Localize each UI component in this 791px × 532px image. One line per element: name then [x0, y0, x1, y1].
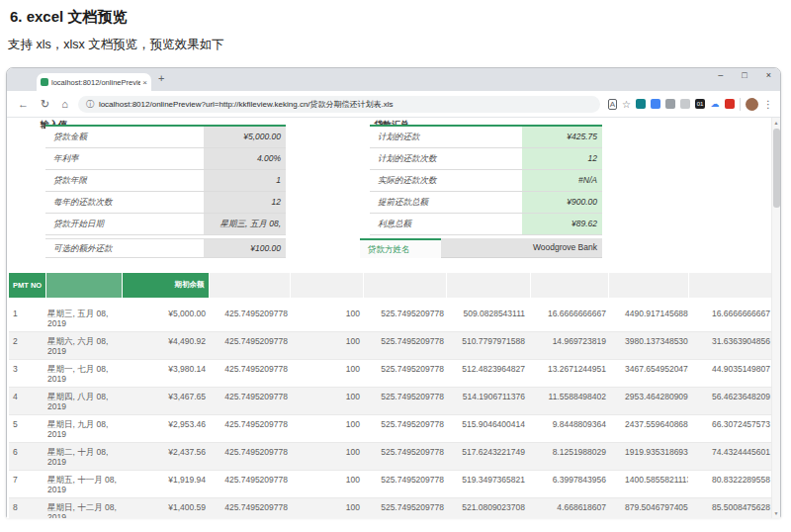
schedule-cell: 13.2671244951 — [530, 359, 608, 387]
schedule-cell: 8.1251988029 — [530, 442, 608, 470]
schedule-cell: ¥2,437.56 — [122, 442, 209, 470]
kv-value: 1 — [204, 170, 286, 191]
scroll-up-icon[interactable]: ▲ — [772, 120, 780, 126]
new-tab-button[interactable]: + — [158, 72, 164, 84]
translate-icon[interactable]: A — [608, 99, 617, 110]
kv-row: 计划的还款¥425.75 — [370, 127, 602, 148]
cloud-ext-icon[interactable]: ☁ — [710, 99, 720, 109]
schedule-cell: 星期一, 七月 08, 2019 — [45, 359, 122, 387]
schedule-cell: 519.3497365821 — [446, 470, 530, 497]
schedule-cell: ¥1,919.94 — [122, 470, 209, 497]
window-minimize-button[interactable]: – — [718, 70, 723, 80]
window-maximize-button[interactable]: □ — [742, 70, 747, 80]
toolbar-separator — [740, 98, 741, 111]
kv-label: 计划的还款 — [370, 127, 522, 147]
bookmark-star-icon[interactable]: ☆ — [622, 99, 631, 110]
schedule-cell: 525.7495209778 — [363, 387, 446, 414]
shield-ext-icon[interactable] — [636, 99, 646, 109]
scrollbar-thumb[interactable] — [773, 129, 780, 208]
kv-label: 每年的还款次数 — [45, 192, 204, 213]
excel-preview: 输入值 贷款金额¥5,000.00年利率4.00%贷款年限1每年的还款次数12贷… — [7, 118, 780, 518]
kv-row: 每年的还款次数12 — [45, 192, 286, 214]
page-subtitle: 支持 xls，xlsx 文档预览，预览效果如下 — [8, 37, 224, 53]
page-info-icon[interactable]: ⓘ — [86, 99, 94, 110]
schedule-cell: 100 — [290, 497, 363, 518]
browser-tab[interactable]: localhost:8012/onlinePreview × — [37, 73, 151, 91]
schedule-cell: 1919.9353186934 — [608, 442, 688, 470]
address-bar[interactable]: ⓘ localhost:8012/onlinePreview?url=http:… — [78, 96, 600, 113]
kv-label: 贷款开始日期 — [45, 214, 204, 234]
toolbar-icons: A ☆ 01☁ ⋮ — [608, 98, 773, 111]
schedule-cell: 80.8322289558 — [688, 470, 772, 497]
schedule-cell: 2953.4642809097 — [608, 387, 688, 414]
window-close-button[interactable]: × — [766, 70, 771, 80]
kv-row: 贷款年限1 — [45, 170, 286, 192]
schedule-cell: 512.4823964827 — [446, 359, 530, 387]
schedule-cell: 517.6243221749 — [446, 442, 530, 470]
schedule-cell: 6 — [9, 442, 45, 470]
schedule-cell: 4490.9171456889 — [608, 301, 688, 331]
kv-row: 利息总额¥89.62 — [370, 214, 602, 235]
schedule-cell: 1 — [9, 301, 45, 331]
reload-icon[interactable]: ↻ — [41, 98, 49, 111]
kv-label: 实际的还款次数 — [370, 170, 522, 191]
kv-value: ¥89.62 — [522, 214, 602, 234]
schedule-row: 3星期一, 七月 08, 2019¥3,980.14425.7495209778… — [9, 359, 772, 387]
schedule-cell: ¥3,980.14 — [122, 359, 209, 387]
schedule-cell: 425.7495209778 — [209, 442, 290, 470]
docs-ext-icon[interactable] — [651, 99, 660, 109]
schedule-row: 6星期二, 十月 08, 2019¥2,437.56425.7495209778… — [9, 442, 772, 470]
schedule-cell: 星期五, 十一月 08, 2019 — [45, 470, 122, 497]
schedule-header-row: PMT NO期初余额 — [9, 273, 772, 301]
schedule-header-cell: 期初余额 — [122, 273, 209, 301]
schedule-header-cell — [688, 273, 772, 301]
kv-row: 实际的还款次数#N/A — [370, 170, 602, 192]
schedule-cell: ¥5,000.00 — [122, 301, 209, 331]
schedule-cell: 425.7495209778 — [209, 387, 290, 414]
red-ext-icon[interactable] — [725, 99, 735, 109]
kv-row: 贷款开始日期星期三, 五月 08, 2019 — [45, 214, 286, 235]
favicon-icon — [41, 78, 48, 86]
back-icon[interactable]: ← — [18, 98, 29, 110]
schedule-cell: 7 — [9, 470, 45, 497]
extra-payment-value: ¥100.00 — [204, 239, 286, 257]
schedule-header-cell — [608, 273, 688, 301]
profile-avatar[interactable] — [746, 98, 758, 111]
schedule-cell: 100 — [290, 387, 363, 414]
schedule-cell: 1400.5855821113 — [608, 470, 688, 497]
badge-01-icon[interactable]: 01 — [695, 99, 705, 109]
schedule-row: 5星期日, 九月 08, 2019¥2,953.46425.7495209778… — [9, 414, 772, 442]
schedule-row: 8星期日, 十二月 08, 2019¥1,400.59425.749520977… — [9, 497, 772, 518]
vertical-scrollbar[interactable]: ▲ ▼ — [771, 118, 780, 518]
schedule-cell: 11.5588498402 — [530, 387, 608, 414]
schedule-cell: ¥1,400.59 — [122, 497, 209, 518]
tab-close-icon[interactable]: × — [142, 78, 147, 87]
schedule-cell: 525.7495209778 — [363, 331, 446, 359]
schedule-cell: 2437.5596408683 — [608, 414, 688, 442]
schedule-row: 4星期四, 八月 08, 2019¥3,467.65425.7495209778… — [9, 387, 772, 414]
schedule-cell: 525.7495209778 — [363, 470, 446, 497]
browser-menu-icon[interactable]: ⋮ — [763, 99, 773, 110]
schedule-cell: 100 — [290, 442, 363, 470]
kv-row: 提前还款总额¥900.00 — [370, 192, 602, 214]
scroll-down-icon[interactable]: ▼ — [772, 510, 780, 516]
schedule-cell: 3980.1373485301 — [608, 331, 688, 359]
kv-value: ¥900.00 — [522, 192, 602, 213]
kv-label: 计划的还款次数 — [370, 148, 522, 169]
schedule-cell: 66.3072457573 — [688, 414, 772, 442]
page-title: 6. excel 文档预览 — [10, 8, 127, 27]
kv-value: ¥425.75 — [522, 127, 602, 147]
home-icon[interactable]: ⌂ — [61, 98, 68, 110]
extra-payment-label: 可选的额外还款 — [45, 239, 204, 257]
browser-window: localhost:8012/onlinePreview × + – □ × ←… — [6, 67, 781, 517]
schedule-cell: 4 — [9, 387, 45, 414]
kv-value: 星期三, 五月 08, 2019 — [204, 214, 286, 234]
schedule-row: 1星期三, 五月 08, 2019¥5,000.00425.7495209778… — [9, 301, 772, 331]
schedule-cell: 100 — [290, 470, 363, 497]
lender-row: 贷款方姓名 Woodgrove Bank — [360, 238, 602, 258]
schedule-header-cell — [45, 273, 122, 301]
pin-ext-icon[interactable] — [680, 99, 690, 109]
schedule-cell: 8 — [9, 497, 45, 518]
schedule-cell: 510.7797971588 — [446, 331, 530, 359]
circle-ext-icon[interactable] — [665, 99, 675, 109]
